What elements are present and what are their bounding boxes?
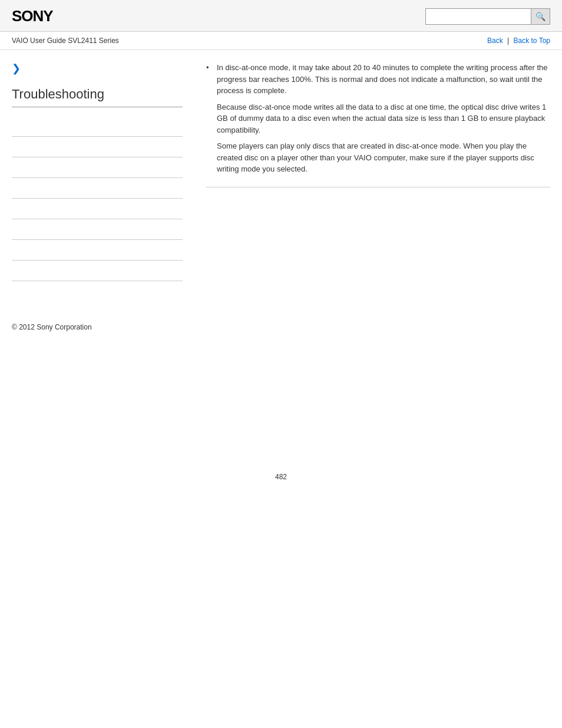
- list-item: [12, 219, 183, 240]
- bullet-list: In disc-at-once mode, it may take about …: [206, 62, 550, 97]
- main-content: ❯ Troubleshooting: [0, 50, 562, 293]
- content-divider: [206, 187, 550, 187]
- header: SONY 🔍: [0, 0, 562, 32]
- footer: © 2012 Sony Corporation: [0, 311, 562, 343]
- list-item: [12, 178, 183, 199]
- sidebar: ❯ Troubleshooting: [12, 62, 194, 281]
- sidebar-link-7[interactable]: [12, 246, 183, 254]
- nav-links: Back | Back to Top: [487, 37, 550, 45]
- page-number: 482: [0, 461, 562, 493]
- sidebar-link-5[interactable]: [12, 205, 183, 213]
- search-button[interactable]: 🔍: [531, 8, 550, 25]
- guide-title: VAIO User Guide SVL2411 Series: [12, 37, 119, 45]
- nav-separator: |: [507, 37, 509, 45]
- list-item: [12, 240, 183, 261]
- sidebar-link-8[interactable]: [12, 266, 183, 275]
- sidebar-link-2[interactable]: [12, 143, 183, 151]
- content-paragraph-1: Because disc-at-once mode writes all the…: [206, 101, 550, 136]
- search-area: 🔍: [425, 8, 550, 25]
- list-item: [12, 199, 183, 219]
- nav-bar: VAIO User Guide SVL2411 Series Back | Ba…: [0, 32, 562, 50]
- bullet-item: In disc-at-once mode, it may take about …: [206, 62, 550, 97]
- sony-logo: SONY: [12, 7, 53, 25]
- sidebar-link-6[interactable]: [12, 225, 183, 233]
- list-item: [12, 137, 183, 157]
- sidebar-link-4[interactable]: [12, 184, 183, 192]
- back-to-top-link[interactable]: Back to Top: [514, 37, 550, 45]
- search-input[interactable]: [425, 8, 531, 25]
- chevron-icon: ❯: [12, 62, 183, 75]
- sidebar-link-1[interactable]: [12, 122, 183, 130]
- sidebar-link-3[interactable]: [12, 163, 183, 172]
- content-paragraph-2: Some players can play only discs that ar…: [206, 140, 550, 175]
- content-section: In disc-at-once mode, it may take about …: [206, 62, 550, 175]
- list-item: [12, 157, 183, 178]
- section-title: Troubleshooting: [12, 87, 183, 107]
- sidebar-links: [12, 116, 183, 281]
- list-item: [12, 261, 183, 281]
- content-area: In disc-at-once mode, it may take about …: [194, 62, 550, 281]
- list-item: [12, 116, 183, 137]
- search-icon: 🔍: [535, 12, 546, 21]
- back-link[interactable]: Back: [487, 37, 503, 45]
- copyright: © 2012 Sony Corporation: [12, 323, 92, 331]
